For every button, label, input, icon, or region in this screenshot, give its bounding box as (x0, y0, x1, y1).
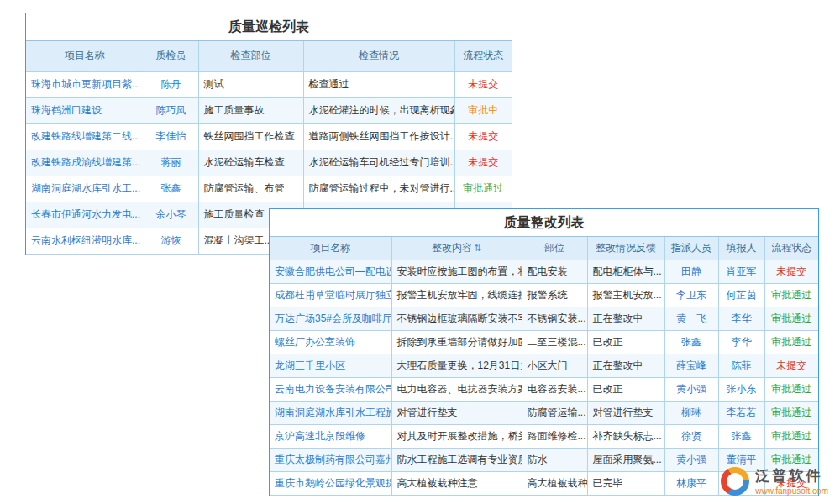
inspector-cell[interactable]: 李佳怡 (144, 123, 198, 150)
filler-cell[interactable]: 何芷茵 (718, 283, 764, 307)
status-cell: 审批通过 (764, 307, 818, 330)
status-cell: 未提交 (454, 71, 512, 97)
assignee-cell[interactable]: 张鑫 (664, 330, 718, 354)
column-header-status[interactable]: 流程状态 (454, 41, 512, 71)
filler-cell[interactable]: 肖亚军 (718, 260, 764, 283)
inspector-cell[interactable]: 游恢 (144, 228, 198, 254)
status-cell: 审批通过 (454, 176, 512, 202)
column-header-status[interactable]: 流程状态 (764, 237, 818, 260)
rectify-content-cell: 拆除到承重墙部分请做好加固... (391, 330, 522, 354)
assignee-cell[interactable]: 黄小强 (664, 448, 718, 471)
project-name-cell[interactable]: 改建铁路线增建第二线... (26, 123, 144, 150)
column-header-feedback[interactable]: 整改情况反馈 (587, 237, 664, 260)
check-part-cell: 防腐管运输、布管 (198, 176, 303, 202)
rectify-content-cell: 高大植被栽种注意 (391, 471, 522, 495)
column-header-rectify-content[interactable]: 整改内容⇅ (391, 237, 522, 260)
column-header-project[interactable]: 项目名称 (270, 237, 391, 260)
status-cell: 审批通过 (764, 401, 818, 424)
table-row[interactable]: 珠海市城市更新项目紫...陈丹测试检查通过未提交 (26, 71, 512, 97)
table-row[interactable]: 改建铁路成渝线增建第...蒋丽水泥砼运输车检查水泥砼运输车司机经过专门培训...… (26, 150, 512, 176)
table-row[interactable]: 安徽合肥供电公司—配电设备...安装时应按施工图的布置，将...配电安装配电柜柜… (270, 260, 818, 283)
inspector-cell[interactable]: 陈丹 (144, 71, 198, 97)
table-row[interactable]: 龙湖三千里小区大理石质量更换，12月31日之...小区大门正在整改中薛宝峰陈菲未… (270, 354, 818, 377)
project-name-cell[interactable]: 重庆市鹅岭公园绿化景观提升... (270, 471, 391, 495)
project-name-cell[interactable]: 长春市伊通河水力发电... (26, 202, 144, 228)
filler-cell[interactable]: 张小东 (718, 377, 764, 401)
assignee-cell[interactable]: 李卫东 (664, 283, 718, 307)
column-header-assignee[interactable]: 指派人员 (664, 237, 718, 260)
project-name-cell[interactable]: 珠海鹤洲口建设 (26, 97, 144, 123)
table-row[interactable]: 京沪高速北京段维修对其及时开展整改措施，桥头...路面维修检...补齐缺失标志.… (270, 424, 818, 448)
check-situation-cell: 道路两侧铁丝网围挡工作按设计... (303, 123, 454, 150)
column-header-check-situation[interactable]: 检查情况 (303, 41, 454, 71)
rectify-content-cell: 对管进行垫支 (391, 401, 522, 424)
check-part-cell: 水泥砼运输车检查 (198, 150, 303, 176)
inspector-cell[interactable]: 蒋丽 (144, 150, 198, 176)
status-cell: 审批通过 (764, 330, 818, 354)
column-header-filler[interactable]: 填报人 (718, 237, 764, 260)
assignee-cell[interactable]: 柳琳 (664, 401, 718, 424)
project-name-cell[interactable]: 成都杜甫草堂临时展厅独立展... (270, 283, 391, 307)
rectify-table: 质量整改列表 项目名称 整改内容⇅ 部位 整改情况反馈 指派人员 填报人 流程状… (269, 208, 819, 496)
filler-cell[interactable]: 李华 (718, 330, 764, 354)
logo-url-link[interactable]: www.fanpusoft.com (755, 486, 828, 496)
project-name-cell[interactable]: 万达广场35#会所及咖啡厅空... (270, 307, 391, 330)
project-name-cell[interactable]: 湖南洞庭湖水库引水工... (26, 176, 144, 202)
part-cell: 二至三楼混... (522, 330, 587, 354)
table-row[interactable]: 湖南洞庭湖水库引水工...张鑫防腐管运输、布管防腐管运输过程中，未对管进行...… (26, 176, 512, 202)
feedback-cell: 屋面采用聚氨... (587, 448, 664, 471)
inspector-cell[interactable]: 余小琴 (144, 202, 198, 228)
rectify-content-cell: 安装时应按施工图的布置，将... (391, 260, 522, 283)
table-row[interactable]: 湖南洞庭湖水库引水工程施工II...对管进行垫支防腐管运输...对管进行垫支柳琳… (270, 401, 818, 424)
assignee-cell[interactable]: 徐贤 (664, 424, 718, 448)
filler-cell[interactable]: 李若若 (718, 401, 764, 424)
table-row[interactable]: 成都杜甫草堂临时展厅独立展...报警主机安放牢固，线缆连接...报警系统报警主机… (270, 283, 818, 307)
feedback-cell: 报警主机安放... (587, 283, 664, 307)
check-situation-cell: 水泥砼灌注的时候，出现离析现象 (303, 97, 454, 123)
project-name-cell[interactable]: 螺丝厂办公室装饰 (270, 330, 391, 354)
project-name-cell[interactable]: 湖南洞庭湖水库引水工程施工II... (270, 401, 391, 424)
project-name-cell[interactable]: 重庆太极制药有限公司嘉州中... (270, 448, 391, 471)
column-header-project[interactable]: 项目名称 (26, 41, 144, 71)
assignee-cell[interactable]: 林康平 (664, 471, 718, 495)
assignee-cell[interactable]: 黄一飞 (664, 307, 718, 330)
table-row[interactable]: 云南电力设备安装有限公司20...电力电容器、电抗器安装方案,...电容器安装.… (270, 377, 818, 401)
project-name-cell[interactable]: 云南水利枢纽潜明水库... (26, 228, 144, 254)
feedback-cell: 已改正 (587, 377, 664, 401)
table-row[interactable]: 万达广场35#会所及咖啡厅空...不锈钢边框玻璃隔断安装不牢...不锈钢安装..… (270, 307, 818, 330)
rectify-content-cell: 不锈钢边框玻璃隔断安装不牢... (391, 307, 522, 330)
rectify-table-header: 项目名称 整改内容⇅ 部位 整改情况反馈 指派人员 填报人 流程状态 (270, 237, 818, 260)
part-cell: 配电安装 (522, 260, 587, 283)
filler-cell[interactable]: 陈菲 (718, 354, 764, 377)
fanpu-logo: 泛普软件 www.fanpusoft.com (721, 466, 828, 496)
project-name-cell[interactable]: 安徽合肥供电公司—配电设备... (270, 260, 391, 283)
status-cell: 未提交 (764, 354, 818, 377)
column-header-part[interactable]: 部位 (522, 237, 587, 260)
status-cell: 审批通过 (764, 283, 818, 307)
feedback-cell: 正在整改中 (587, 354, 664, 377)
assignee-cell[interactable]: 黄小强 (664, 377, 718, 401)
project-name-cell[interactable]: 云南电力设备安装有限公司20... (270, 377, 391, 401)
assignee-cell[interactable]: 田静 (664, 260, 718, 283)
project-name-cell[interactable]: 龙湖三千里小区 (270, 354, 391, 377)
part-cell: 小区大门 (522, 354, 587, 377)
project-name-cell[interactable]: 改建铁路成渝线增建第... (26, 150, 144, 176)
filler-cell[interactable]: 张鑫 (718, 424, 764, 448)
logo-name: 泛普软件 (755, 466, 828, 486)
inspector-cell[interactable]: 张鑫 (144, 176, 198, 202)
status-cell: 未提交 (454, 150, 512, 176)
sort-icon[interactable]: ⇅ (474, 243, 481, 253)
filler-cell[interactable]: 李华 (718, 307, 764, 330)
column-header-check-part[interactable]: 检查部位 (198, 41, 303, 71)
column-header-inspector[interactable]: 质检员 (144, 41, 198, 71)
project-name-cell[interactable]: 京沪高速北京段维修 (270, 424, 391, 448)
column-header-label: 整改内容 (432, 242, 472, 254)
table-row[interactable]: 改建铁路线增建第二线...李佳怡铁丝网围挡工作检查道路两侧铁丝网围挡工作按设计.… (26, 123, 512, 150)
table-row[interactable]: 螺丝厂办公室装饰拆除到承重墙部分请做好加固...二至三楼混...已改正张鑫李华审… (270, 330, 818, 354)
rectify-content-cell: 电力电容器、电抗器安装方案,... (391, 377, 522, 401)
assignee-cell[interactable]: 薛宝峰 (664, 354, 718, 377)
project-name-cell[interactable]: 珠海市城市更新项目紫... (26, 71, 144, 97)
table-row[interactable]: 珠海鹤洲口建设陈巧凤施工质量事故水泥砼灌注的时候，出现离析现象审批中 (26, 97, 512, 123)
part-cell: 报警系统 (522, 283, 587, 307)
inspector-cell[interactable]: 陈巧凤 (144, 97, 198, 123)
